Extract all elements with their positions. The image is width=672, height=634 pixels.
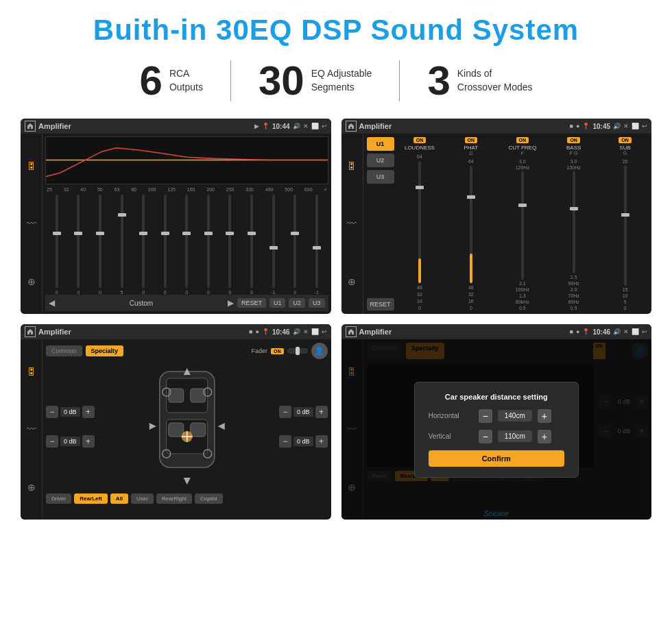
phat-on-badge[interactable]: ON <box>465 137 478 143</box>
sub-on-badge[interactable]: ON <box>619 137 632 143</box>
amp-channel-bass: ON BASS F G 3.0 100Hz 2.5 <box>551 137 597 310</box>
eq-sidebar: 🎛 〰 ⊕ <box>21 134 43 314</box>
sp-rtop-plus[interactable]: + <box>315 406 328 418</box>
stat-eq-number: 30 <box>259 60 304 101</box>
win-icon-3: ⬜ <box>311 328 319 335</box>
screen3-time: 10:46 <box>272 328 290 336</box>
svg-marker-16 <box>183 478 190 485</box>
sp-rtop-minus[interactable]: − <box>279 406 291 418</box>
dot-icon-4: ● <box>576 328 579 335</box>
screen-dist: Amplifier ■ ● 📍 10:46 🔊 ✕ ⬜ ↩ 🎛 〰 ⊕ <box>341 324 652 520</box>
sp-wave-icon[interactable]: 〰 <box>27 424 36 435</box>
bass-on-badge[interactable]: ON <box>567 137 580 143</box>
sp-fader-bar[interactable] <box>287 348 308 354</box>
back-icon-1: ↩ <box>322 123 327 130</box>
sp-diagram-area: − 0 dB + − 0 dB + <box>46 365 328 488</box>
sp-user-button[interactable]: User <box>131 493 154 504</box>
sp-lbot-minus[interactable]: − <box>46 435 58 448</box>
eq-prev-button[interactable]: ◀ <box>49 298 55 308</box>
sp-ltop-minus[interactable]: − <box>46 406 58 418</box>
window-icon-1: ⬜ <box>311 123 319 130</box>
cutfreq-on-badge[interactable]: ON <box>516 137 529 143</box>
stat-crossover: 3 Kinds ofCrossover Modes <box>400 60 560 101</box>
sp-arrows-icon[interactable]: ⊕ <box>27 482 36 493</box>
eq-graph <box>45 136 328 184</box>
phat-label: PHAT <box>464 145 478 151</box>
home-icon-2[interactable] <box>346 121 357 132</box>
sp-rtop-val: 0 dB <box>293 407 313 417</box>
sp-ltop-plus[interactable]: + <box>82 406 95 418</box>
eq-main: 25 32 40 50 63 80 100 125 160 200 250 32… <box>43 134 331 314</box>
amp-channel-phat: ON PHAT G 64 48 32 <box>448 137 494 310</box>
arrows-icon[interactable]: ⊕ <box>27 276 36 287</box>
status-bar-3: Amplifier ■ ● 📍 10:46 🔊 ✕ ⬜ ↩ <box>21 324 331 339</box>
sp-specialty-tab[interactable]: Specialty <box>86 345 124 356</box>
eq-slider-25[interactable]: 0 <box>47 195 67 295</box>
volume-icon-1: 🔊 <box>293 123 300 130</box>
home-icon-3[interactable] <box>25 326 36 337</box>
amp-u3-button[interactable]: U3 <box>367 170 394 184</box>
horizontal-minus-button[interactable]: − <box>479 409 492 423</box>
eq-u1-button[interactable]: U1 <box>269 298 286 308</box>
loudness-on-badge[interactable]: ON <box>413 137 427 143</box>
sp-rbot-minus[interactable]: − <box>279 435 291 448</box>
vertical-value: 110cm <box>498 430 532 442</box>
win-icon-2: ⬜ <box>632 123 639 130</box>
svg-marker-18 <box>217 423 224 430</box>
vertical-plus-button[interactable]: + <box>538 430 551 443</box>
stat-crossover-number: 3 <box>427 60 450 101</box>
sp-avatar[interactable]: 👤 <box>311 343 328 359</box>
amp-content: 🎛 〰 ⊕ U1 U2 U3 RESET ON <box>341 134 652 314</box>
vol-icon-2: 🔊 <box>613 123 621 130</box>
amp-u1-button[interactable]: U1 <box>367 137 394 151</box>
sq-icon-3: ■ <box>249 328 252 335</box>
sp-rearleft-button[interactable]: RearLeft <box>74 493 107 504</box>
stat-rca-number: 6 <box>140 60 163 101</box>
vol-icon-4: 🔊 <box>613 328 621 335</box>
amp-u2-button[interactable]: U2 <box>367 154 394 167</box>
loc-icon-3: 📍 <box>262 328 269 335</box>
sp-rbot-plus[interactable]: + <box>315 435 328 448</box>
eq-u3-button[interactable]: U3 <box>309 298 325 308</box>
sp-rbot-val: 0 dB <box>293 437 313 446</box>
home-icon-1[interactable] <box>25 121 36 132</box>
bass-label: BASS <box>566 145 581 151</box>
eq-freq-labels: 25 32 40 50 63 80 100 125 160 200 250 32… <box>45 187 328 192</box>
amp-wave-icon[interactable]: 〰 <box>347 218 357 229</box>
home-icon-4[interactable] <box>346 326 357 337</box>
loudness-label: LOUDNESS <box>405 145 435 151</box>
dist-content: 🎛 〰 ⊕ Common Specialty ON 👤 <box>341 339 652 520</box>
stats-row: 6 RCAOutputs 30 EQ AdjustableSegments 3 … <box>21 60 651 101</box>
eq-u2-button[interactable]: U2 <box>289 298 305 308</box>
sp-lbot-val: 0 dB <box>60 437 80 446</box>
sp-common-tab[interactable]: Common <box>46 345 82 356</box>
sp-lbot-plus[interactable]: + <box>82 435 95 448</box>
amp-eq-icon[interactable]: 🎛 <box>347 160 357 171</box>
sp-copilot-button[interactable]: Copilot <box>195 493 223 504</box>
amp-arrows-icon[interactable]: ⊕ <box>348 276 356 287</box>
amp-reset-button[interactable]: RESET <box>367 298 394 310</box>
confirm-button[interactable]: Confirm <box>429 450 564 467</box>
eq-icon[interactable]: 🎛 <box>27 160 36 171</box>
sq-icon-4: ■ <box>570 328 573 335</box>
stat-rca-text: RCAOutputs <box>169 67 203 94</box>
vertical-minus-button[interactable]: − <box>479 430 492 443</box>
dialog-title: Car speaker distance setting <box>429 393 564 401</box>
sp-driver-button[interactable]: Driver <box>46 493 71 504</box>
eq-next-button[interactable]: ▶ <box>228 298 234 308</box>
sp-eq-icon[interactable]: 🎛 <box>27 366 36 377</box>
sp-content: 🎛 〰 ⊕ Common Specialty Fader ON 👤 <box>21 339 331 520</box>
wave-icon[interactable]: 〰 <box>27 218 36 229</box>
eq-reset-button[interactable]: RESET <box>237 298 266 308</box>
loc-icon-4: 📍 <box>582 328 590 335</box>
sp-all-button[interactable]: All <box>110 493 128 504</box>
vol-icon-3: 🔊 <box>293 328 300 335</box>
sp-right-top-control: − 0 dB + <box>279 406 328 418</box>
eq-content: 🎛 〰 ⊕ <box>21 134 331 314</box>
dialog-horizontal-row: Horizontal − 140cm + <box>429 409 564 423</box>
sp-on-badge[interactable]: ON <box>271 348 284 354</box>
sp-rearright-button[interactable]: RearRight <box>156 493 192 504</box>
horizontal-plus-button[interactable]: + <box>538 409 551 423</box>
amp-main: U1 U2 U3 RESET ON LOUDNESS <box>363 134 652 314</box>
screen-eq: Amplifier ▶ 📍 10:44 🔊 ✕ ⬜ ↩ 🎛 〰 ⊕ <box>21 119 331 314</box>
